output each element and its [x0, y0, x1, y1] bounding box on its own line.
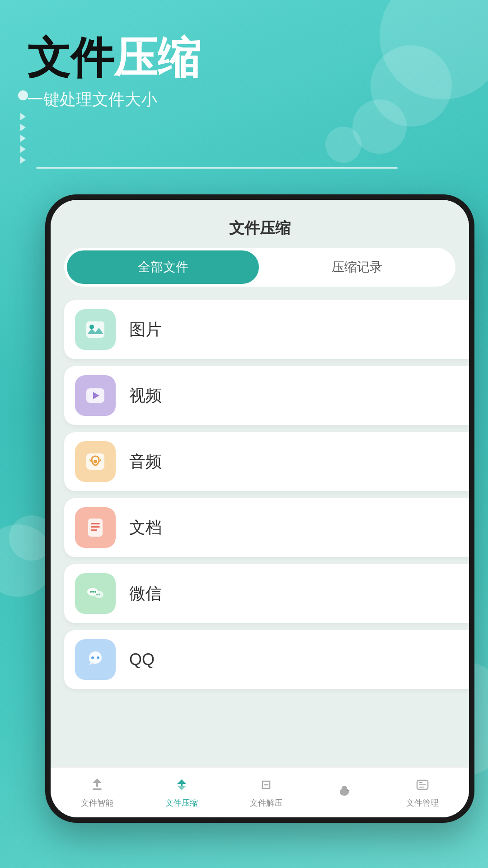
nav-icon-smart	[87, 775, 107, 795]
bottom-nav: 文件智能 文件压缩 文件解压	[51, 767, 469, 817]
nav-item-decompress[interactable]: 文件解压	[250, 775, 282, 808]
phone-screen: 文件压缩 全部文件 压缩记录 图片	[51, 200, 469, 817]
nav-item-compress[interactable]: 文件压缩	[165, 775, 198, 808]
nav-icon-manage	[413, 775, 432, 795]
header-divider-line	[36, 167, 398, 169]
svg-rect-23	[419, 784, 426, 785]
title-row: 文件 压缩	[27, 36, 461, 80]
file-icon-wechat	[75, 573, 116, 614]
file-icon-qq	[75, 639, 116, 680]
file-label-audio: 音频	[129, 451, 162, 473]
file-item-wechat[interactable]: 微信	[64, 564, 469, 623]
nav-label-decompress: 文件解压	[250, 797, 282, 808]
file-list: 图片 视频	[51, 300, 469, 767]
file-label-qq: QQ	[129, 650, 155, 669]
nav-label-smart: 文件智能	[81, 797, 113, 808]
file-label-wechat: 微信	[129, 583, 162, 605]
title-black-part: 文件	[27, 36, 114, 80]
svg-rect-7	[91, 526, 100, 528]
file-label-video: 视频	[129, 385, 162, 407]
svg-point-20	[342, 786, 347, 791]
file-icon-document	[75, 507, 116, 548]
phone-mockup: 文件压缩 全部文件 压缩记录 图片	[45, 194, 474, 823]
svg-point-11	[90, 591, 92, 593]
file-label-document: 文档	[129, 517, 162, 539]
nav-icon-compress	[172, 775, 192, 795]
left-arrows-decoration	[20, 113, 26, 164]
file-item-image[interactable]: 图片	[64, 300, 469, 359]
svg-rect-24	[419, 787, 424, 788]
file-item-qq[interactable]: QQ	[64, 630, 469, 689]
nav-icon-duck	[334, 780, 354, 800]
svg-point-13	[94, 591, 96, 593]
svg-point-17	[97, 656, 99, 659]
file-icon-audio	[75, 441, 116, 482]
app-title-bar: 文件压缩	[51, 200, 469, 248]
nav-item-smart[interactable]: 文件智能	[81, 775, 113, 808]
file-item-audio[interactable]: 音频	[64, 432, 469, 491]
svg-point-15	[99, 594, 100, 595]
svg-rect-18	[93, 788, 102, 790]
nav-item-duck[interactable]	[334, 780, 354, 803]
tab-all-files[interactable]: 全部文件	[67, 250, 259, 284]
svg-rect-22	[419, 782, 422, 783]
nav-icon-decompress	[256, 775, 276, 795]
file-icon-image	[75, 309, 116, 350]
left-dot-decoration	[18, 90, 28, 100]
header-area: 文件 压缩 一键处理文件大小	[27, 36, 461, 124]
nav-item-manage[interactable]: 文件管理	[406, 775, 439, 808]
svg-point-16	[91, 656, 94, 659]
svg-point-12	[92, 591, 94, 593]
svg-point-14	[96, 594, 98, 595]
file-icon-video	[75, 375, 116, 416]
tab-compress-history[interactable]: 压缩记录	[261, 250, 453, 284]
subtitle-text: 一键处理文件大小	[27, 89, 461, 111]
svg-rect-6	[91, 523, 100, 524]
tab-bar: 全部文件 压缩记录	[64, 248, 455, 287]
title-white-part: 压缩	[114, 36, 201, 80]
bubble-decoration-4	[325, 127, 361, 163]
file-item-document[interactable]: 文档	[64, 498, 469, 557]
nav-label-manage: 文件管理	[406, 797, 439, 808]
file-item-video[interactable]: 视频	[64, 366, 469, 425]
svg-point-1	[89, 325, 94, 329]
svg-rect-8	[91, 529, 97, 531]
svg-rect-0	[86, 321, 104, 338]
nav-label-compress: 文件压缩	[165, 797, 198, 808]
svg-point-4	[94, 460, 97, 463]
file-label-image: 图片	[129, 319, 162, 341]
